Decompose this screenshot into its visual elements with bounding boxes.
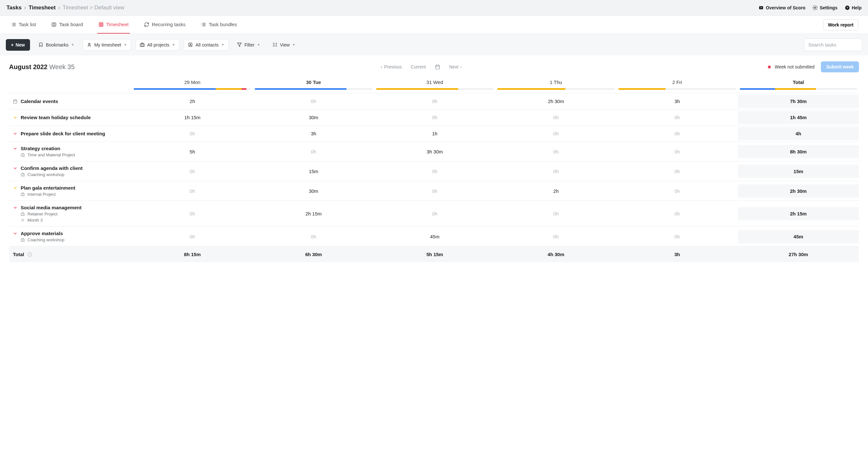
time-cell[interactable]: 1h	[374, 127, 495, 140]
time-cell[interactable]: 0h	[374, 184, 495, 198]
task-row-label[interactable]: Review team holiday schedule	[9, 111, 132, 124]
next-button[interactable]: Next ›	[449, 64, 462, 69]
time-cell[interactable]: 0h	[495, 145, 616, 158]
work-report-button[interactable]: Work report	[823, 20, 858, 30]
tabs-bar: Task list Task board Timesheet Recurring…	[0, 16, 868, 34]
task-row-label[interactable]: Confirm agenda with clientCoaching works…	[9, 161, 132, 181]
time-cell[interactable]: 0h	[616, 165, 738, 178]
time-cell[interactable]: 0h	[374, 111, 495, 124]
svg-rect-40	[13, 100, 17, 103]
time-cell[interactable]: 0h	[132, 207, 253, 220]
row-total-cell: 45m	[738, 230, 859, 243]
time-cell[interactable]: 0h	[374, 165, 495, 178]
refresh-icon	[144, 22, 149, 27]
time-cell[interactable]: 0h	[132, 184, 253, 198]
tab-timesheet[interactable]: Timesheet	[97, 16, 130, 34]
bar-row	[9, 88, 859, 93]
current-label: Current	[411, 64, 426, 69]
svg-marker-29	[237, 43, 242, 46]
all-contacts-filter[interactable]: All contacts ▼	[184, 39, 228, 51]
time-cell[interactable]: 0h	[616, 230, 738, 243]
task-row-label[interactable]: Calendar events	[9, 95, 132, 108]
caret-icon: ▼	[221, 43, 224, 46]
time-cell[interactable]: 0h	[374, 95, 495, 108]
period-nav: ‹ Previous Current Next ›	[381, 64, 462, 69]
tab-recurring[interactable]: Recurring tasks	[143, 16, 187, 34]
time-cell[interactable]: 2h 15m	[253, 207, 374, 220]
previous-button[interactable]: ‹ Previous	[381, 64, 402, 69]
task-row-label[interactable]: Plan gala entertainmentInternal Project	[9, 181, 132, 200]
breadcrumb-root[interactable]: Tasks	[6, 4, 22, 11]
day-bar-3	[497, 88, 615, 90]
time-cell[interactable]: 2h 30m	[495, 95, 616, 108]
tab-task-list[interactable]: Task list	[10, 16, 37, 34]
task-row-label[interactable]: Social media managementRetainer ProjectM…	[9, 201, 132, 226]
time-cell[interactable]: 0h	[132, 230, 253, 243]
day-header-0: 29 Mon	[132, 80, 253, 88]
time-cell[interactable]: 3h	[616, 95, 738, 108]
time-cell[interactable]: 3h	[253, 127, 374, 140]
overview-link[interactable]: Overview of Scoro	[758, 5, 805, 10]
new-button[interactable]: + New	[6, 39, 30, 51]
time-cell[interactable]: 1h 15m	[132, 111, 253, 124]
time-cell[interactable]: 0h	[253, 145, 374, 158]
my-timesheet-filter[interactable]: My timesheet ▼	[83, 39, 131, 51]
contacts-icon	[188, 42, 193, 47]
current-button[interactable]: Current	[411, 64, 426, 69]
task-row-label[interactable]: Strategy creationTime and Material Proje…	[9, 142, 132, 161]
time-cell[interactable]: 0h	[616, 111, 738, 124]
total-bar	[740, 88, 857, 90]
time-cell[interactable]: 0h	[495, 127, 616, 140]
settings-link[interactable]: Settings	[812, 5, 837, 10]
search-wrap	[804, 38, 862, 51]
search-input[interactable]	[804, 38, 862, 51]
chevron-down-icon	[13, 186, 18, 190]
task-row-label[interactable]: Prepare slide deck for client meeting	[9, 127, 132, 140]
tab-bundles[interactable]: Task bundles	[199, 16, 238, 34]
total-header: Total	[738, 80, 859, 88]
submit-week-button[interactable]: Submit week	[821, 61, 859, 72]
period-month: August 2022	[9, 63, 48, 70]
time-cell[interactable]: 0h	[253, 230, 374, 243]
tab-timesheet-label: Timesheet	[106, 22, 128, 27]
task-row: Social media managementRetainer ProjectM…	[9, 200, 859, 226]
time-cell[interactable]: 0h	[253, 95, 374, 108]
time-cell[interactable]: 0h	[132, 165, 253, 178]
view-dropdown[interactable]: View ▼	[269, 39, 299, 51]
time-cell[interactable]: 0h	[616, 145, 738, 158]
time-cell[interactable]: 30m	[253, 111, 374, 124]
time-cell[interactable]: 0h	[495, 165, 616, 178]
time-cell[interactable]: 2h	[495, 184, 616, 198]
calendar-picker[interactable]	[435, 64, 440, 69]
time-cell[interactable]: 0h	[132, 127, 253, 140]
time-cell[interactable]: 15m	[253, 165, 374, 178]
day-header-4: 2 Fri	[616, 80, 738, 88]
breadcrumb-section[interactable]: Timesheet	[29, 4, 56, 11]
svg-rect-47	[21, 213, 25, 216]
row-total-cell: 1h 45m	[738, 111, 859, 124]
task-row-label[interactable]: Approve materialsCoaching workshop	[9, 227, 132, 246]
time-cell[interactable]: 0h	[495, 230, 616, 243]
sliders-icon	[273, 42, 277, 47]
time-cell[interactable]: 0h	[374, 207, 495, 220]
time-cell[interactable]: 2h	[132, 95, 253, 108]
time-cell[interactable]: 3h 30m	[374, 145, 495, 158]
my-timesheet-label: My timesheet	[94, 42, 121, 48]
time-cell[interactable]: 0h	[616, 184, 738, 198]
time-cell[interactable]: 0h	[616, 127, 738, 140]
time-cell[interactable]: 5h	[132, 145, 253, 158]
time-cell[interactable]: 0h	[495, 111, 616, 124]
day-header-3: 1 Thu	[495, 80, 616, 88]
filter-dropdown[interactable]: Filter ▼	[233, 39, 264, 51]
task-sub-text: Coaching workshop	[27, 172, 64, 177]
breadcrumb-trail[interactable]: Timesheet > Default view	[63, 4, 124, 11]
calendar-icon	[435, 64, 440, 69]
bookmarks-filter[interactable]: Bookmarks ▼	[35, 39, 78, 51]
time-cell[interactable]: 30m	[253, 184, 374, 198]
time-cell[interactable]: 0h	[495, 207, 616, 220]
all-projects-filter[interactable]: All projects ▼	[135, 39, 179, 51]
time-cell[interactable]: 45m	[374, 230, 495, 243]
tab-task-board[interactable]: Task board	[50, 16, 84, 34]
help-link[interactable]: ? Help	[845, 5, 862, 10]
time-cell[interactable]: 0h	[616, 207, 738, 220]
